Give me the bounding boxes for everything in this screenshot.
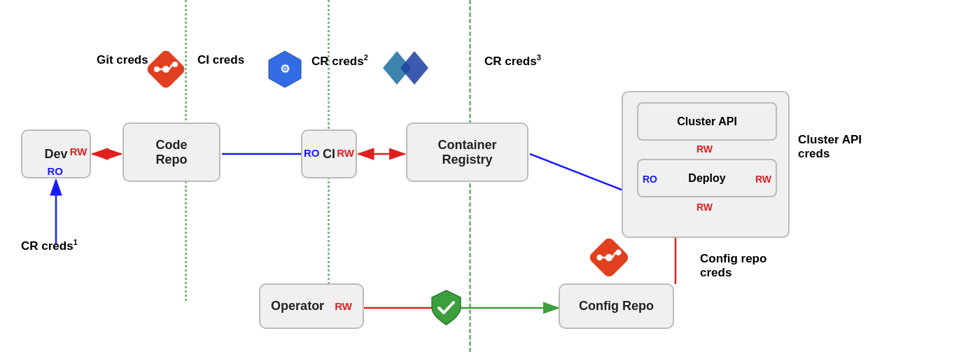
cr-icon-2: [383, 48, 428, 91]
config-repo-creds-label: Config repocreds: [700, 252, 766, 280]
container-registry-label: ContainerRegistry: [438, 138, 496, 167]
cluster-rw-top: RW: [696, 143, 713, 155]
dev-rw: RW: [70, 146, 88, 157]
shield-icon: [427, 288, 465, 330]
architecture-diagram: Dev RO RW CodeRepo RO CI RW ContainerReg…: [0, 0, 980, 352]
cluster-api-creds-label: Cluster APIcreds: [798, 133, 875, 161]
cluster-api-label: Cluster API: [677, 115, 737, 128]
code-repo-label: CodeRepo: [156, 138, 188, 167]
operator-rw: RW: [335, 300, 352, 312]
svg-marker-25: [400, 51, 428, 85]
config-repo-box: Config Repo: [559, 283, 674, 329]
git-icon-config: [588, 237, 630, 281]
svg-point-18: [154, 66, 160, 72]
ci-creds-label: CI creds: [197, 53, 244, 67]
deploy-rw-bottom: RW: [696, 202, 713, 213]
dev-box: Dev RO RW: [21, 129, 91, 178]
svg-point-27: [606, 254, 612, 261]
container-registry-box: ContainerRegistry: [406, 122, 528, 182]
deploy-label: Deploy: [688, 172, 725, 184]
cluster-api-box: Cluster API: [637, 102, 777, 141]
cr-creds2-label: CR creds2: [312, 53, 368, 69]
deploy-box: RO Deploy RW: [637, 159, 777, 197]
git-icon: [146, 49, 186, 92]
dev-label: Dev: [44, 147, 67, 161]
ci-box: RO CI RW: [301, 129, 357, 178]
cluster-box: Cluster API RW RO Deploy RW RW: [622, 91, 790, 238]
svg-text:⚙: ⚙: [280, 63, 290, 75]
operator-box: Operator RW: [259, 283, 364, 329]
git-creds-label: Git creds: [97, 53, 148, 67]
deploy-rw-right: RW: [755, 174, 771, 185]
config-repo-label: Config Repo: [579, 299, 654, 314]
ci-ro: RO: [304, 147, 320, 159]
svg-point-28: [596, 255, 602, 260]
ci-rw: RW: [337, 147, 354, 159]
code-repo-box: CodeRepo: [122, 122, 220, 182]
operator-label: Operator: [271, 299, 324, 313]
cr-creds1-label: CR creds1: [21, 238, 78, 253]
ci-icon: ⚙: [265, 49, 305, 92]
deploy-ro: RO: [643, 174, 657, 185]
svg-point-17: [162, 66, 169, 73]
cr-creds3-label: CR creds3: [484, 53, 541, 69]
dev-ro: RO: [47, 165, 63, 177]
